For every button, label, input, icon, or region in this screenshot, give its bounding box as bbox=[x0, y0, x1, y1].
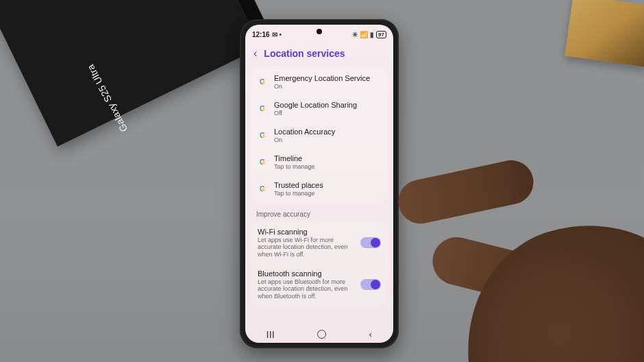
row-subtitle: Let apps use Bluetooth for more accurate… bbox=[258, 278, 354, 300]
back-button[interactable]: ‹ bbox=[253, 48, 257, 59]
wifi-icon: 📶 bbox=[360, 31, 368, 38]
row-title: Google Location Sharing bbox=[274, 101, 381, 110]
section-heading-improve-accuracy: Improve accuracy bbox=[245, 204, 393, 221]
battery-text: 97 bbox=[378, 32, 384, 38]
google-icon: G bbox=[258, 157, 267, 167]
toggle-knob bbox=[371, 238, 380, 248]
google-icon: G bbox=[258, 130, 267, 140]
wooden-object bbox=[565, 0, 644, 67]
android-nav-bar: ||| ‹ bbox=[245, 326, 393, 341]
row-title: Wi-Fi scanning bbox=[258, 228, 354, 237]
bluetooth-scanning-toggle[interactable] bbox=[360, 279, 381, 290]
battery-indicator: 97 bbox=[376, 31, 386, 38]
google-icon: G bbox=[258, 77, 267, 86]
row-trusted-places[interactable]: G Trusted places Tap to manage bbox=[251, 176, 388, 202]
hand-index-finger bbox=[395, 156, 538, 228]
nav-recent-button[interactable]: ||| bbox=[267, 330, 275, 338]
row-subtitle: Let apps use Wi-Fi for more accurate loc… bbox=[258, 237, 354, 258]
wifi-scanning-toggle[interactable] bbox=[360, 237, 381, 248]
row-subtitle: Tap to manage bbox=[274, 163, 381, 170]
nav-home-button[interactable] bbox=[317, 330, 326, 339]
row-subtitle: On bbox=[274, 83, 381, 90]
front-camera-hole bbox=[317, 29, 322, 34]
row-emergency-location-service[interactable]: G Emergency Location Service On bbox=[251, 69, 388, 95]
page-header: ‹ Location services bbox=[245, 41, 393, 67]
message-icon: ✉ bbox=[272, 31, 277, 38]
row-title: Bluetooth scanning bbox=[258, 269, 354, 278]
signal-icon: ▮ bbox=[370, 31, 374, 38]
row-subtitle: Tap to manage bbox=[274, 190, 381, 197]
product-box bbox=[0, 0, 261, 147]
row-timeline[interactable]: G Timeline Tap to manage bbox=[251, 149, 388, 176]
scene-desk: Galaxy S25 Ultra 12:16 ✉ • ✳ 📶 ▮ 97 bbox=[0, 0, 644, 362]
page-title: Location services bbox=[264, 48, 345, 59]
row-wifi-scanning[interactable]: Wi-Fi scanning Let apps use Wi-Fi for mo… bbox=[251, 222, 388, 264]
hand bbox=[356, 143, 644, 362]
row-subtitle: On bbox=[274, 136, 381, 143]
row-title: Location Accuracy bbox=[274, 128, 381, 136]
row-google-location-sharing[interactable]: G Google Location Sharing Off bbox=[251, 95, 388, 122]
row-title: Timeline bbox=[274, 154, 381, 163]
hand-thumb bbox=[428, 232, 552, 306]
google-services-panel: G Emergency Location Service On G Google… bbox=[251, 67, 388, 204]
phone-screen: 12:16 ✉ • ✳ 📶 ▮ 97 ‹ Location services bbox=[245, 25, 393, 343]
hand-palm bbox=[434, 193, 644, 362]
google-icon: G bbox=[258, 184, 267, 193]
row-bluetooth-scanning[interactable]: Bluetooth scanning Let apps use Bluetoot… bbox=[251, 264, 388, 306]
row-title: Trusted places bbox=[274, 181, 381, 190]
status-time: 12:16 bbox=[252, 31, 270, 38]
improve-accuracy-panel: Wi-Fi scanning Let apps use Wi-Fi for mo… bbox=[251, 221, 388, 307]
google-icon: G bbox=[258, 104, 267, 113]
row-title: Emergency Location Service bbox=[274, 74, 381, 83]
row-location-accuracy[interactable]: G Location Accuracy On bbox=[251, 122, 388, 149]
row-subtitle: Off bbox=[274, 110, 381, 117]
notification-dot-icon: • bbox=[280, 31, 282, 38]
phone-frame: 12:16 ✉ • ✳ 📶 ▮ 97 ‹ Location services bbox=[240, 19, 399, 348]
vibrate-icon: ✳ bbox=[352, 31, 358, 38]
toggle-knob bbox=[371, 280, 380, 289]
nav-back-button[interactable]: ‹ bbox=[369, 329, 372, 339]
